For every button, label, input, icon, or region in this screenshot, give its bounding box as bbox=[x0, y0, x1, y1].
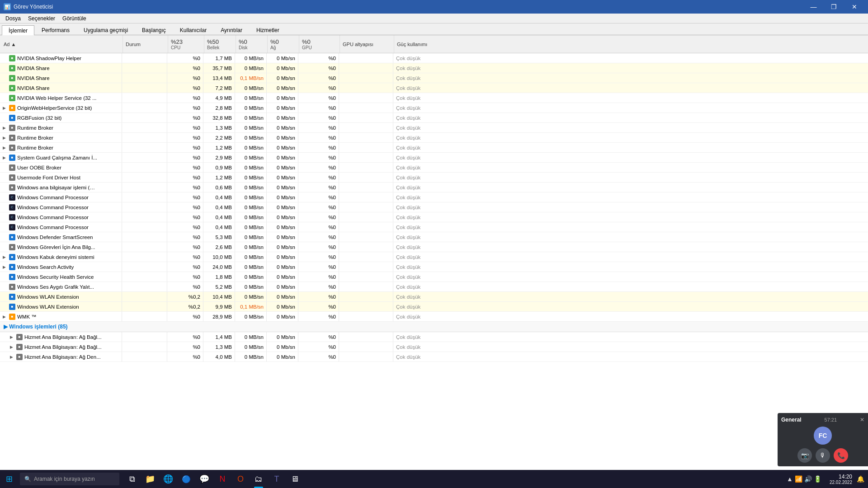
table-row[interactable]: ■ Windows Ses Aygıtı Grafik Yalıt... %0 … bbox=[0, 282, 868, 292]
table-row[interactable]: ■ NVIDIA ShadowPlay Helper %0 1,7 MB 0 M… bbox=[0, 53, 868, 63]
process-power: Çok düşük bbox=[393, 53, 452, 63]
process-power: Çok düşük bbox=[393, 93, 452, 103]
process-cpu: %0 bbox=[167, 113, 203, 122]
process-gpu: %0 bbox=[298, 342, 339, 352]
minimize-button[interactable]: — bbox=[803, 0, 824, 14]
table-row[interactable]: C Windows Command Processor %0 0,4 MB 0 … bbox=[0, 212, 868, 222]
tray-network[interactable]: 📶 bbox=[795, 475, 802, 483]
col-cpu[interactable]: %23 CPU bbox=[168, 35, 204, 53]
table-row[interactable]: ▶ ■ Runtime Broker %0 1,3 MB 0 MB/sn 0 M… bbox=[0, 123, 868, 133]
tab-kullanicilar[interactable]: Kullanıcılar bbox=[173, 25, 213, 35]
table-row[interactable]: ■ Windows WLAN Extension %0,2 10,4 MB 0 … bbox=[0, 292, 868, 302]
table-row[interactable]: ■ Windows WLAN Extension %0,2 9,9 MB 0,1… bbox=[0, 302, 868, 312]
taskbar-whatsapp[interactable]: 💬 bbox=[195, 470, 213, 488]
tab-islemler[interactable]: İşlemler bbox=[2, 25, 34, 35]
col-gpu-engine[interactable]: GPU altyapısı bbox=[340, 35, 394, 53]
table-row[interactable]: ■ User OOBE Broker %0 0,9 MB 0 MB/sn 0 M… bbox=[0, 163, 868, 173]
process-gpu: %0 bbox=[298, 332, 339, 342]
tab-ayrintilar[interactable]: Ayrıntılar bbox=[214, 25, 249, 35]
taskbar-search[interactable]: 🔍 Aramak için buraya yazın bbox=[20, 473, 119, 485]
discord-mute-button[interactable]: 🎙 bbox=[816, 448, 830, 463]
table-row[interactable]: C Windows Command Processor %0 0,4 MB 0 … bbox=[0, 202, 868, 212]
clock[interactable]: 14:20 22.02.2022 bbox=[826, 474, 856, 485]
table-row[interactable]: C Windows Command Processor %0 0,4 MB 0 … bbox=[0, 192, 868, 202]
taskbar-teams[interactable]: T bbox=[268, 470, 286, 488]
col-net[interactable]: %0 Ağ bbox=[268, 35, 299, 53]
process-disk: 0 MB/sn bbox=[235, 143, 267, 152]
table-row[interactable]: ■ Windows ana bilgisayar işlemi (… %0 0,… bbox=[0, 183, 868, 192]
process-gpu-engine bbox=[339, 113, 393, 122]
restore-button[interactable]: ❐ bbox=[824, 0, 844, 14]
start-button[interactable]: ⊞ bbox=[0, 470, 18, 488]
table-row[interactable]: ▶ ■ Runtime Broker %0 2,2 MB 0 MB/sn 0 M… bbox=[0, 133, 868, 143]
col-mem[interactable]: %50 Bellek bbox=[204, 35, 236, 53]
tab-performans[interactable]: Performans bbox=[35, 25, 76, 35]
table-row[interactable]: ■ NVIDIA Web Helper Service (32 ... %0 4… bbox=[0, 93, 868, 103]
tray-arrow[interactable]: ▲ bbox=[787, 475, 793, 483]
table-row[interactable]: ■ RGBFusion (32 bit) %0 32,8 MB 0 MB/sn … bbox=[0, 113, 868, 123]
table-row[interactable]: ■ Windows Defender SmartScreen %0 5,3 MB… bbox=[0, 232, 868, 242]
table-row[interactable]: ■ NVIDIA Share %0 7,2 MB 0 MB/sn 0 Mb/sn… bbox=[0, 83, 868, 93]
col-power-label: Güç kullanımı bbox=[397, 42, 450, 47]
table-row[interactable]: ▶ ■ OriginWebHelperService (32 bit) %0 2… bbox=[0, 103, 868, 113]
col-disk[interactable]: %0 Disk bbox=[236, 35, 268, 53]
table-row[interactable]: ▶ ■ Hizmet Ana Bilgisayarı: Ağ Bağl... %… bbox=[0, 342, 868, 352]
process-mem: 0,9 MB bbox=[203, 163, 235, 172]
process-disk: 0 MB/sn bbox=[235, 123, 267, 132]
taskbar-browser1[interactable]: 🌐 bbox=[159, 470, 177, 488]
table-row[interactable]: ■ Windows Security Health Service %0 1,8… bbox=[0, 272, 868, 282]
process-gpu: %0 bbox=[298, 183, 339, 192]
col-net-pct: %0 bbox=[270, 38, 296, 45]
process-gpu: %0 bbox=[298, 302, 339, 311]
discord-camera-button[interactable]: 📷 bbox=[797, 448, 812, 463]
table-row[interactable]: ■ Windows Görevleri İçin Ana Bilg... %0 … bbox=[0, 242, 868, 252]
menu-secenekler[interactable]: Seçenekler bbox=[24, 14, 59, 23]
process-disk: 0 MB/sn bbox=[235, 183, 267, 192]
table-row[interactable]: ■ NVIDIA Share %0 35,7 MB 0 MB/sn 0 Mb/s… bbox=[0, 63, 868, 73]
process-list[interactable]: ■ NVIDIA ShadowPlay Helper %0 1,7 MB 0 M… bbox=[0, 53, 868, 477]
table-row[interactable]: ■ Usermode Font Driver Host %0 1,2 MB 0 … bbox=[0, 173, 868, 183]
tray-battery[interactable]: 🔋 bbox=[814, 475, 821, 483]
tab-hizmetler[interactable]: Hizmetler bbox=[250, 25, 286, 35]
col-gpu[interactable]: %0 GPU bbox=[299, 35, 340, 53]
taskbar-files[interactable]: 🗂 bbox=[250, 470, 268, 488]
tab-baslangic[interactable]: Başlangıç bbox=[135, 25, 173, 35]
table-row[interactable]: ▶ ■ Runtime Broker %0 1,2 MB 0 MB/sn 0 M… bbox=[0, 143, 868, 153]
tray-speaker[interactable]: 🔊 bbox=[804, 475, 812, 483]
taskbar-app2[interactable]: 🖥 bbox=[286, 470, 304, 488]
menu-dosya[interactable]: Dosya bbox=[2, 14, 24, 23]
taskbar-office[interactable]: O bbox=[231, 470, 250, 488]
process-disk: 0 MB/sn bbox=[235, 153, 267, 162]
process-cpu: %0 bbox=[167, 332, 203, 342]
process-cpu: %0,2 bbox=[167, 292, 203, 301]
col-gpu-engine-label: GPU altyapısı bbox=[343, 42, 391, 47]
process-name: Windows Search Activity bbox=[17, 264, 74, 270]
menu-goruntule[interactable]: Görüntüle bbox=[59, 14, 90, 23]
col-status[interactable]: Durum bbox=[123, 35, 168, 53]
taskview-button[interactable]: ⧉ bbox=[123, 470, 141, 488]
table-row[interactable]: ▶ ■ System Guard Çalışma Zamanı İ... %0 … bbox=[0, 153, 868, 163]
taskbar-explorer[interactable]: 📁 bbox=[141, 470, 159, 488]
table-row[interactable]: ▶ ■ Windows Search Activity %0 24,0 MB 0… bbox=[0, 262, 868, 272]
process-gpu-engine bbox=[339, 133, 393, 142]
col-name[interactable]: Ad ▲ bbox=[1, 35, 123, 53]
table-row[interactable]: ■ NVIDIA Share %0 13,4 MB 0,1 MB/sn 0 Mb… bbox=[0, 73, 868, 83]
discord-hangup-button[interactable]: 📞 bbox=[834, 448, 848, 463]
table-row[interactable]: ▶ ■ Hizmet Ana Bilgisayarı: Ağ Den... %0… bbox=[0, 352, 868, 362]
tab-bar: İşlemler Performans Uygulama geçmişi Baş… bbox=[0, 23, 868, 35]
taskbar-netflix[interactable]: N bbox=[213, 470, 231, 488]
table-row[interactable]: ▶ ■ Windows Kabuk deneyimi sistemi %0 10… bbox=[0, 252, 868, 262]
windows-processes-group-header[interactable]: ▶ Windows işlemleri (85) bbox=[0, 322, 868, 332]
discord-close-button[interactable]: ✕ bbox=[860, 417, 864, 423]
taskbar-search-text: Aramak için buraya yazın bbox=[34, 476, 95, 482]
tab-uygulama-gecmisi[interactable]: Uygulama geçmişi bbox=[77, 25, 135, 35]
process-mem: 0,4 MB bbox=[203, 202, 235, 212]
col-power[interactable]: Güç kullanımı bbox=[394, 35, 453, 53]
action-center[interactable]: 🔔 bbox=[857, 475, 864, 483]
table-row[interactable]: C Windows Command Processor %0 0,4 MB 0 … bbox=[0, 222, 868, 232]
process-net: 0 Mb/sn bbox=[267, 352, 298, 361]
table-row[interactable]: ▶ ■ Hizmet Ana Bilgisayarı: Ağ Bağl... %… bbox=[0, 332, 868, 342]
close-button[interactable]: ✕ bbox=[844, 0, 864, 14]
taskbar-chrome[interactable]: 🔵 bbox=[177, 470, 195, 488]
table-row[interactable]: ▶ ■ WMK ™ %0 28,9 MB 0 MB/sn 0 Mb/sn %0 … bbox=[0, 312, 868, 322]
